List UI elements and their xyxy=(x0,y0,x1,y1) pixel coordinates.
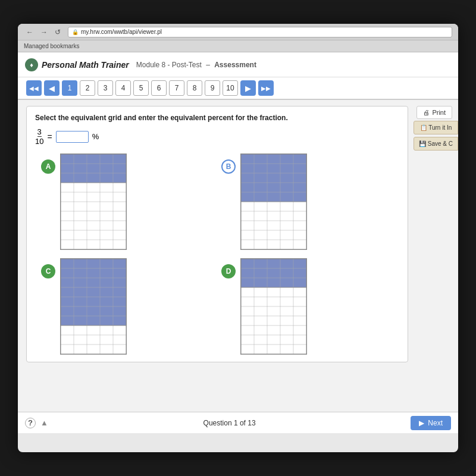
warn-icon: ▲ xyxy=(40,418,48,427)
print-button[interactable]: 🖨 Print xyxy=(416,106,452,119)
next-icon: ▶ xyxy=(419,419,424,427)
app-logo: ♦ Personal Math Trainer xyxy=(25,58,129,71)
option-label-d[interactable]: D xyxy=(221,264,236,278)
option-label-b[interactable]: B xyxy=(221,159,236,174)
equals-sign: = xyxy=(47,132,52,142)
bookmarks-bar: Managed bookmarks xyxy=(18,40,458,52)
back-button[interactable]: ← xyxy=(24,27,36,37)
page-btn-10[interactable]: 10 xyxy=(223,80,238,96)
logo-icon: ♦ xyxy=(25,58,38,71)
grid-option-c[interactable]: C xyxy=(41,258,213,355)
next-button[interactable]: ▶ xyxy=(240,80,256,96)
page-btn-4[interactable]: 4 xyxy=(115,80,131,96)
percent-input[interactable] xyxy=(56,131,89,143)
svg-rect-32 xyxy=(61,259,126,325)
fraction-display: 3 10 xyxy=(35,128,43,145)
question-box: Select the equivalent grid and enter the… xyxy=(26,106,408,362)
forward-button[interactable]: → xyxy=(38,27,50,37)
prev-button[interactable]: ◀ xyxy=(44,80,60,96)
svg-rect-17 xyxy=(241,202,306,249)
app-title: Personal Math Trainer xyxy=(42,60,129,70)
grid-svg-c xyxy=(61,259,126,354)
svg-rect-1 xyxy=(61,183,126,249)
page-btn-3[interactable]: 3 xyxy=(98,80,113,96)
svg-rect-33 xyxy=(61,325,126,354)
svg-rect-48 xyxy=(241,259,306,287)
grid-c[interactable] xyxy=(60,258,127,355)
page-btn-9[interactable]: 9 xyxy=(205,80,220,96)
double-next-button[interactable]: ▶▶ xyxy=(258,80,274,96)
grid-a[interactable] xyxy=(60,154,127,250)
svg-rect-16 xyxy=(241,154,306,202)
side-buttons: 📋 Turn it In 💾 Save & C xyxy=(414,121,458,151)
grid-b[interactable] xyxy=(240,154,307,250)
page-btn-2[interactable]: 2 xyxy=(80,80,95,96)
grid-svg-b xyxy=(241,154,306,249)
page-btn-6[interactable]: 6 xyxy=(151,80,167,96)
lock-icon: 🔒 xyxy=(72,29,79,35)
fraction-input-row: 3 10 = % xyxy=(35,128,399,145)
double-prev-button[interactable]: ◀◀ xyxy=(26,80,42,96)
bottom-bar: ? ▲ Question 1 of 13 ▶ Next xyxy=(18,412,458,433)
page-btn-1[interactable]: 1 xyxy=(62,80,77,96)
main-content: 🖨 Print Select the equivalent grid and e… xyxy=(18,100,458,433)
app-header: ♦ Personal Math Trainer Module 8 - Post-… xyxy=(18,52,458,77)
svg-rect-49 xyxy=(241,287,306,354)
turn-it-in-button[interactable]: 📋 Turn it In xyxy=(414,121,458,134)
page-btn-5[interactable]: 5 xyxy=(133,80,149,96)
reload-button[interactable]: ↺ xyxy=(52,27,63,37)
grid-option-a[interactable]: A xyxy=(41,154,213,250)
help-button[interactable]: ? xyxy=(25,418,36,428)
nav-bar: ◀◀ ◀ 1 2 3 4 5 6 7 8 9 10 ▶ ▶▶ xyxy=(18,77,458,100)
page-btn-7[interactable]: 7 xyxy=(169,80,184,96)
bookmarks-label: Managed bookmarks xyxy=(24,43,79,49)
option-label-c[interactable]: C xyxy=(41,264,55,278)
grid-option-b[interactable]: B xyxy=(221,154,393,250)
question-counter: Question 1 of 13 xyxy=(53,419,406,427)
save-button[interactable]: 💾 Save & C xyxy=(414,137,458,151)
turn-in-icon: 📋 xyxy=(420,124,427,131)
browser-nav: ← → ↺ xyxy=(24,27,63,37)
url-text: my.hrw.com/wwtb/api/viewer.pl xyxy=(81,29,162,35)
save-icon: 💾 xyxy=(419,140,426,147)
grid-svg-d xyxy=(241,259,306,354)
main-screen: ← → ↺ 🔒 my.hrw.com/wwtb/api/viewer.pl Ma… xyxy=(18,24,458,452)
grid-options: A xyxy=(35,154,399,355)
next-question-button[interactable]: ▶ Next xyxy=(411,416,451,430)
fraction-denominator: 10 xyxy=(35,137,43,145)
grid-svg-a xyxy=(61,154,126,249)
header-module: Module 8 - Post-Test – Assessment xyxy=(136,61,256,69)
address-bar[interactable]: 🔒 my.hrw.com/wwtb/api/viewer.pl xyxy=(68,27,452,37)
printer-icon: 🖨 xyxy=(423,109,430,116)
svg-rect-0 xyxy=(61,154,126,183)
grid-d[interactable] xyxy=(240,258,307,355)
browser-bar: ← → ↺ 🔒 my.hrw.com/wwtb/api/viewer.pl xyxy=(18,24,458,40)
question-instruction: Select the equivalent grid and enter the… xyxy=(35,114,399,122)
option-label-a[interactable]: A xyxy=(41,159,55,174)
grid-option-d[interactable]: D xyxy=(221,258,393,355)
fraction-numerator: 3 xyxy=(37,128,42,137)
percent-sign: % xyxy=(92,132,99,141)
page-btn-8[interactable]: 8 xyxy=(187,80,202,96)
